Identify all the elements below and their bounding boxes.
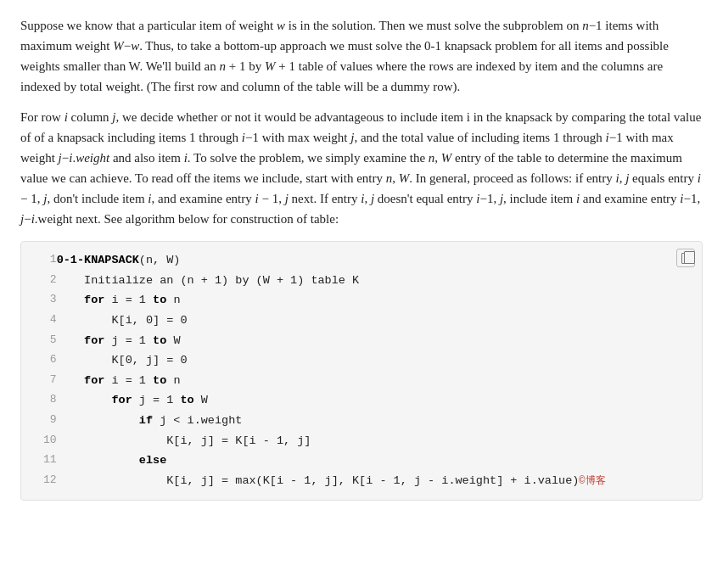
keyword: if (139, 414, 153, 427)
keyword: 0-1-KNAPSACK (57, 254, 139, 266)
line-number: 12 (21, 471, 57, 491)
var-n4: n (386, 171, 393, 185)
code-line-11: 11 else (21, 451, 692, 471)
var-j6: j (285, 192, 289, 205)
code-line-9: 9 if j < i.weight (21, 411, 692, 431)
keyword: for (111, 394, 132, 406)
line-content: else (57, 451, 692, 471)
code-line-4: 4 K[i, 0] = 0 (21, 311, 692, 331)
var-i2: i (242, 131, 245, 144)
line-number: 10 (21, 431, 57, 451)
line-content: K[i, j] = max(K[i - 1, j], K[i - 1, j - … (57, 471, 692, 491)
var-n3: n (429, 151, 435, 165)
code-line-10: 10 K[i, j] = K[i - 1, j] (21, 431, 692, 451)
var-W: W (113, 39, 124, 53)
line-number: 5 (21, 331, 57, 351)
var-i14: i (31, 212, 35, 226)
line-number: 3 (21, 290, 57, 311)
var-j3: j (59, 151, 62, 165)
keyword: for (84, 374, 104, 387)
code-line-12: 12 K[i, j] = max(K[i - 1, j], K[i - 1, j… (21, 471, 692, 491)
var-w2: w (131, 39, 139, 53)
var-i13: i (680, 192, 683, 205)
line-content: 0-1-KNAPSACK(n, W) (57, 250, 692, 271)
var-j9: j (20, 212, 24, 226)
var-j4: j (625, 171, 629, 185)
line-number: 8 (21, 390, 57, 411)
var-weight: weight (76, 151, 109, 165)
var-i11: i (476, 192, 479, 205)
paragraph-2: For row i column j, we decide whether or… (20, 107, 703, 229)
keyword: else (139, 454, 166, 467)
var-i9: i (255, 192, 259, 205)
line-content: for i = 1 to n (57, 290, 692, 311)
line-content: for j = 1 to W (57, 390, 692, 411)
var-j5: j (43, 192, 47, 205)
var-i4: i (69, 151, 72, 165)
keyword-to: to (153, 374, 166, 387)
code-line-6: 6 K[0, j] = 0 (21, 350, 692, 371)
var-i5: i (184, 151, 188, 165)
line-content: if j < i.weight (57, 411, 692, 431)
var-W3: W (441, 151, 452, 165)
paragraph-1: Suppose we know that a particular item o… (20, 15, 703, 97)
code-line-2: 2 Initialize an (n + 1) by (W + 1) table… (21, 271, 692, 291)
copy-icon (681, 253, 691, 264)
var-i: i (64, 110, 68, 124)
var-w: w (277, 19, 285, 32)
line-content: K[i, j] = K[i - 1, j] (57, 431, 692, 451)
code-line-3: 3 for i = 1 to n (21, 290, 692, 311)
line-content: for j = 1 to W (57, 331, 692, 351)
code-table: 1 0-1-KNAPSACK(n, W) 2 Initialize an (n … (21, 250, 692, 491)
text-content: Suppose we know that a particular item o… (20, 15, 703, 229)
source-tag: ©博客 (579, 475, 605, 487)
var-n2: n (220, 59, 227, 73)
line-content: Initialize an (n + 1) by (W + 1) table K (57, 271, 692, 291)
code-line-5: 5 for j = 1 to W (21, 331, 692, 351)
keyword-to: to (153, 334, 166, 347)
copy-button[interactable] (676, 249, 695, 267)
var-i3: i (606, 131, 609, 144)
keyword-to: to (153, 294, 166, 306)
code-line-8: 8 for j = 1 to W (21, 390, 692, 411)
var-i6: i (616, 171, 619, 185)
var-W2: W (265, 59, 276, 73)
code-line-7: 7 for i = 1 to n (21, 371, 692, 391)
line-content: K[i, 0] = 0 (57, 311, 692, 331)
var-i7: i (698, 171, 701, 185)
code-line-1: 1 0-1-KNAPSACK(n, W) (21, 250, 692, 271)
var-j2: j (350, 131, 354, 144)
line-number: 7 (21, 371, 57, 391)
line-content: K[0, j] = 0 (57, 350, 692, 371)
line-content: for i = 1 to n (57, 371, 692, 391)
line-number: 2 (21, 271, 57, 291)
var-i8: i (148, 192, 151, 205)
var-j: j (112, 110, 115, 124)
code-block: 1 0-1-KNAPSACK(n, W) 2 Initialize an (n … (20, 241, 703, 501)
line-number: 4 (21, 311, 57, 331)
var-i10: i (361, 192, 364, 205)
line-number: 11 (21, 451, 57, 471)
var-n: n (582, 19, 589, 32)
line-number: 6 (21, 350, 57, 371)
var-W4: W (399, 171, 410, 185)
var-j7: j (371, 192, 374, 205)
keyword: for (84, 334, 104, 347)
line-number: 9 (21, 411, 57, 431)
keyword-to: to (180, 394, 193, 406)
line-number: 1 (21, 250, 57, 271)
var-j8: j (500, 192, 503, 205)
var-i12: i (576, 192, 580, 205)
keyword: for (84, 294, 104, 306)
